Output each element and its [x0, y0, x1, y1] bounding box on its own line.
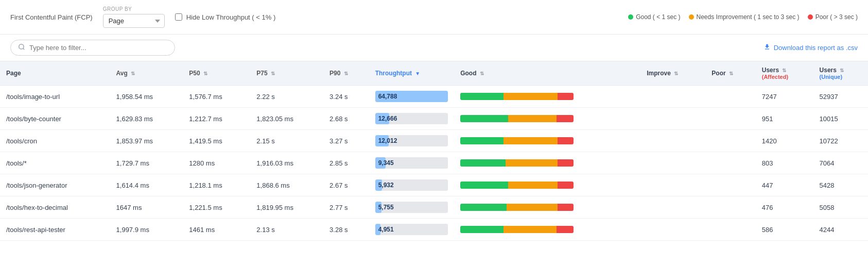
table-row: /tools/cron 1,853.97 ms 1,419.5 ms 2.15 … — [0, 130, 868, 152]
legend-good: Good ( < 1 sec ) — [628, 13, 680, 21]
group-by-select[interactable]: Page Country Device — [103, 14, 165, 28]
svg-line-1 — [23, 48, 25, 50]
page-title: First Contentful Paint (FCP) — [10, 13, 93, 21]
score-poor-bar-0 — [558, 93, 574, 100]
cell-users-affected-4: 447 — [756, 174, 813, 196]
score-needs-bar-5 — [507, 204, 558, 211]
legend-poor: Poor ( > 3 sec ) — [808, 13, 858, 21]
cell-poor-2 — [705, 130, 755, 152]
cell-p75-0: 2.22 s — [250, 86, 323, 108]
score-needs-bar-1 — [508, 115, 557, 122]
cell-p90-4: 2.67 s — [323, 174, 369, 196]
cell-good-0 — [454, 86, 640, 108]
score-good-bar-5 — [460, 204, 507, 211]
cell-users-affected-3: 803 — [756, 152, 813, 174]
score-poor-bar-2 — [558, 137, 574, 144]
cell-p50-6: 1461 ms — [183, 219, 250, 241]
cell-good-6 — [454, 219, 640, 241]
sort-icon-poor: ⇅ — [729, 71, 733, 76]
filter-icon-throughput: ▼ — [415, 71, 420, 76]
cell-page-6: /tools/rest-api-tester — [0, 219, 110, 241]
table-row: /tools/* 1,729.7 ms 1280 ms 1,916.03 ms … — [0, 152, 868, 174]
col-header-poor[interactable]: Poor ⇅ — [705, 61, 755, 86]
download-icon — [763, 43, 771, 52]
cell-p50-1: 1,212.7 ms — [183, 108, 250, 130]
legend-poor-label: Poor ( > 3 sec ) — [815, 13, 858, 21]
download-link[interactable]: Download this report as .csv — [763, 43, 858, 52]
cell-p75-1: 1,823.05 ms — [250, 108, 323, 130]
cell-poor-0 — [705, 86, 755, 108]
col-header-avg[interactable]: Avg ⇅ — [110, 61, 183, 86]
table-row: /tools/image-to-url 1,958.54 ms 1,576.7 … — [0, 86, 868, 108]
search-icon — [18, 43, 25, 52]
sort-icon-avg: ⇅ — [131, 71, 135, 76]
score-poor-bar-4 — [558, 182, 574, 189]
col-header-users-affected[interactable]: Users ⇅ (Affected) — [756, 61, 813, 86]
cell-improve-5 — [640, 196, 705, 219]
col-header-throughput[interactable]: Throughtput ▼ — [369, 61, 455, 86]
table-row: /tools/rest-api-tester 1,997.9 ms 1461 m… — [0, 219, 868, 241]
cell-poor-1 — [705, 108, 755, 130]
cell-users-unique-6: 4244 — [813, 219, 868, 241]
cell-improve-3 — [640, 152, 705, 174]
good-dot — [628, 14, 633, 20]
cell-p50-5: 1,221.5 ms — [183, 196, 250, 219]
cell-p50-0: 1,576.7 ms — [183, 86, 250, 108]
cell-avg-4: 1,614.4 ms — [110, 174, 183, 196]
cell-improve-4 — [640, 174, 705, 196]
needs-dot — [689, 14, 694, 20]
cell-page-3: /tools/* — [0, 152, 110, 174]
sort-icon-good: ⇅ — [480, 71, 484, 76]
hide-low-checkbox[interactable] — [175, 13, 182, 21]
cell-users-unique-5: 5058 — [813, 196, 868, 219]
col-header-p50[interactable]: P50 ⇅ — [183, 61, 250, 86]
cell-throughput-1: 12,666 — [369, 108, 455, 130]
download-label: Download this report as .csv — [774, 44, 858, 52]
group-by-section: GROUP BY Page Country Device — [103, 6, 165, 28]
cell-users-unique-0: 52937 — [813, 86, 868, 108]
cell-good-5 — [454, 196, 640, 219]
col-header-improve[interactable]: Improve ⇅ — [640, 61, 705, 86]
cell-users-affected-2: 1420 — [756, 130, 813, 152]
data-table: Page Avg ⇅ P50 ⇅ P75 ⇅ P90 ⇅ — [0, 61, 868, 241]
cell-users-affected-0: 7247 — [756, 86, 813, 108]
cell-poor-4 — [705, 174, 755, 196]
col-header-good[interactable]: Good ⇅ — [454, 61, 640, 86]
cell-users-affected-5: 476 — [756, 196, 813, 219]
users-affected-sub: (Affected) — [762, 74, 807, 80]
cell-poor-5 — [705, 196, 755, 219]
score-poor-bar-3 — [558, 159, 574, 167]
cell-page-2: /tools/cron — [0, 130, 110, 152]
score-good-bar-0 — [460, 93, 504, 100]
score-needs-bar-6 — [504, 226, 557, 233]
cell-p50-3: 1280 ms — [183, 152, 250, 174]
col-header-page[interactable]: Page — [0, 61, 110, 86]
score-poor-bar-5 — [558, 204, 574, 211]
cell-p90-0: 3.24 s — [323, 86, 369, 108]
cell-p90-5: 2.77 s — [323, 196, 369, 219]
search-bar-row: Download this report as .csv — [0, 35, 868, 61]
cell-good-4 — [454, 174, 640, 196]
cell-throughput-6: 4,951 — [369, 219, 455, 241]
cell-good-2 — [454, 130, 640, 152]
legend-needs-label: Needs Improvement ( 1 sec to 3 sec ) — [697, 13, 800, 21]
hide-low-section: Hide Low Throughput ( < 1% ) — [175, 13, 276, 21]
search-input[interactable] — [29, 44, 167, 52]
search-wrapper — [10, 40, 175, 56]
cell-users-unique-3: 7064 — [813, 152, 868, 174]
col-header-p90[interactable]: P90 ⇅ — [323, 61, 369, 86]
score-good-bar-2 — [460, 137, 504, 144]
table-header-row: Page Avg ⇅ P50 ⇅ P75 ⇅ P90 ⇅ — [0, 61, 868, 86]
col-header-p75[interactable]: P75 ⇅ — [250, 61, 323, 86]
table-row: /tools/hex-to-decimal 1647 ms 1,221.5 ms… — [0, 196, 868, 219]
cell-improve-2 — [640, 130, 705, 152]
cell-improve-0 — [640, 86, 705, 108]
legend-good-label: Good ( < 1 sec ) — [636, 13, 680, 21]
group-by-label: GROUP BY — [103, 6, 165, 12]
hide-low-label: Hide Low Throughput ( < 1% ) — [186, 13, 276, 21]
col-header-users-unique[interactable]: Users ⇅ (Unique) — [813, 61, 868, 86]
score-good-bar-3 — [460, 159, 506, 167]
cell-page-1: /tools/byte-counter — [0, 108, 110, 130]
score-good-bar-6 — [460, 226, 504, 233]
cell-improve-6 — [640, 219, 705, 241]
